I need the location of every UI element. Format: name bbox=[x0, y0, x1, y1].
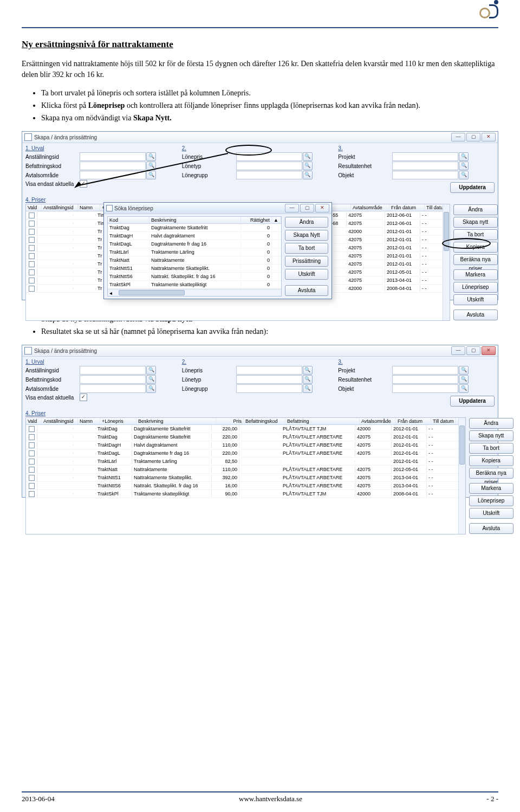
row-checkbox[interactable] bbox=[29, 475, 35, 481]
row-checkbox[interactable] bbox=[29, 261, 35, 267]
markera-button[interactable]: Markera bbox=[453, 269, 498, 280]
table-row[interactable]: TraktDagHHalvt dagtraktament110,00PLÅTAV… bbox=[26, 441, 465, 449]
lonetyp-input[interactable] bbox=[236, 375, 302, 384]
befattningskod-input[interactable] bbox=[80, 162, 146, 170]
close-button[interactable]: ✕ bbox=[482, 133, 496, 141]
lookup-button[interactable]: 🔍 bbox=[146, 171, 156, 179]
table-row[interactable]: TraktNttS6Nattrakt. Skatteplikt. fr dag … bbox=[26, 482, 465, 490]
prissättning-button[interactable]: Prissättning bbox=[285, 256, 328, 267]
row-checkbox[interactable] bbox=[29, 450, 35, 456]
kopiera-button[interactable]: Kopiera bbox=[453, 242, 498, 253]
beräkna-nya-priser-button[interactable]: Beräkna nya priser bbox=[469, 468, 514, 479]
row-checkbox[interactable] bbox=[29, 459, 35, 465]
lookup-button[interactable]: 🔍 bbox=[146, 152, 156, 161]
lookup-button[interactable]: 🔍 bbox=[459, 171, 469, 179]
anstallningsid-input[interactable] bbox=[80, 366, 146, 375]
lookup-button[interactable]: 🔍 bbox=[146, 366, 156, 375]
objekt-input[interactable] bbox=[392, 171, 458, 179]
ta-bort-button[interactable]: Ta bort bbox=[285, 243, 328, 254]
table-row[interactable]: TraktDagDagtraktamente Skattefritt0 bbox=[108, 224, 281, 232]
lookup-button[interactable]: 🔍 bbox=[459, 375, 469, 384]
löneprisер-button[interactable]: Löneprisер bbox=[453, 282, 498, 293]
maximize-button[interactable]: ▢ bbox=[300, 204, 314, 212]
lookup-button[interactable]: 🔍 bbox=[303, 366, 313, 375]
utskrift-button[interactable]: Utskrift bbox=[469, 508, 514, 519]
lookup-button[interactable]: 🔍 bbox=[146, 162, 156, 170]
table-row[interactable]: TraktNttS1Nattraktamente Skatteplikt.0 bbox=[108, 265, 281, 273]
maximize-button[interactable]: ▢ bbox=[466, 133, 480, 141]
row-checkbox[interactable] bbox=[29, 229, 35, 235]
table-row[interactable]: TraktNattNattraktamente110,00PLÅTAVTALET… bbox=[26, 466, 465, 474]
lonegrupp-input[interactable] bbox=[236, 384, 302, 393]
skapa-nytt-button[interactable]: Skapa Nytt bbox=[285, 230, 328, 241]
markera-button[interactable]: Markera bbox=[469, 483, 514, 494]
horizontal-scrollbar[interactable]: ◂ bbox=[108, 289, 281, 296]
lookup-button[interactable]: 🔍 bbox=[303, 152, 313, 161]
kopiera-button[interactable]: Kopiera bbox=[469, 455, 514, 466]
objekt-input[interactable] bbox=[392, 384, 458, 393]
lookup-button[interactable]: 🔍 bbox=[303, 162, 313, 170]
row-checkbox[interactable] bbox=[29, 434, 35, 440]
lookup-button[interactable]: 🔍 bbox=[146, 375, 156, 384]
table-row[interactable]: TraktDagDagtraktamente Skattefritt220,00… bbox=[26, 425, 465, 433]
lookup-button[interactable]: 🔍 bbox=[303, 375, 313, 384]
row-checkbox[interactable] bbox=[29, 221, 35, 227]
close-button[interactable]: ✕ bbox=[482, 346, 496, 355]
row-checkbox[interactable] bbox=[29, 426, 35, 432]
row-checkbox[interactable] bbox=[29, 269, 35, 275]
resultatenhet-input[interactable] bbox=[392, 375, 458, 384]
lonegrupp-input[interactable] bbox=[236, 171, 302, 179]
avsluta-button[interactable]: Avsluta bbox=[469, 523, 514, 534]
minimize-button[interactable]: — bbox=[451, 346, 465, 355]
visa-aktuella-checkbox[interactable]: ✓ bbox=[80, 180, 87, 188]
row-checkbox[interactable] bbox=[29, 483, 35, 489]
vertical-scrollbar[interactable] bbox=[443, 204, 450, 320]
lookup-button[interactable]: 🔍 bbox=[303, 171, 313, 179]
resultatenhet-input[interactable] bbox=[392, 162, 458, 170]
row-checkbox[interactable] bbox=[29, 278, 35, 283]
row-checkbox[interactable] bbox=[29, 491, 35, 497]
row-checkbox[interactable] bbox=[29, 245, 35, 251]
avtalsomrade-input[interactable] bbox=[80, 384, 146, 393]
lookup-button[interactable]: 🔍 bbox=[303, 384, 313, 393]
maximize-button[interactable]: ▢ bbox=[466, 346, 480, 355]
table-row[interactable]: TraktDagHHalvt dagtraktament0 bbox=[108, 232, 281, 240]
lookup-button[interactable]: 🔍 bbox=[459, 152, 469, 161]
lookup-button[interactable]: 🔍 bbox=[459, 162, 469, 170]
lonepris-input[interactable] bbox=[236, 366, 302, 375]
table-row[interactable]: TraktSkPlTraktamente skattepliktigt0 bbox=[108, 281, 281, 289]
utskrift-button[interactable]: Utskrift bbox=[285, 269, 328, 280]
uppdatera-button[interactable]: Uppdatera bbox=[450, 182, 495, 193]
row-checkbox[interactable] bbox=[29, 253, 35, 259]
row-checkbox[interactable] bbox=[29, 442, 35, 448]
ändra-button[interactable]: Ändra bbox=[453, 204, 498, 215]
ta-bort-button[interactable]: Ta bort bbox=[469, 443, 514, 454]
vertical-scrollbar[interactable] bbox=[458, 418, 465, 534]
utskrift-button[interactable]: Utskrift bbox=[453, 294, 498, 305]
visa-aktuella-checkbox[interactable]: ✓ bbox=[80, 394, 87, 401]
beräkna-nya-priser-button[interactable]: Beräkna nya priser bbox=[453, 254, 498, 265]
lonepris-input[interactable] bbox=[236, 152, 302, 161]
close-button[interactable]: ✕ bbox=[315, 204, 329, 212]
projekt-input[interactable] bbox=[392, 366, 458, 375]
skapa-nytt-button[interactable]: Skapa nytt bbox=[453, 217, 498, 228]
avsluta-button[interactable]: Avsluta bbox=[285, 285, 328, 296]
table-row[interactable]: TraktDagLDagtraktamente fr dag 160 bbox=[108, 240, 281, 248]
table-row[interactable]: TraktNttS1Nattraktamente Skatteplikt.392… bbox=[26, 474, 465, 482]
ändra-button[interactable]: Ändra bbox=[285, 217, 328, 228]
befattningskod-input[interactable] bbox=[80, 375, 146, 384]
avtalsomrade-input[interactable] bbox=[80, 171, 146, 179]
minimize-button[interactable]: — bbox=[451, 133, 465, 141]
lookup-button[interactable]: 🔍 bbox=[146, 384, 156, 393]
table-row[interactable]: TraktDagDagtraktamente Skattefritt220,00… bbox=[26, 433, 465, 441]
table-row[interactable]: TraktLärlTraktamente Lärling82,502012-01… bbox=[26, 457, 465, 466]
table-row[interactable]: TraktLärlTraktamente Lärling0 bbox=[108, 248, 281, 256]
lookup-button[interactable]: 🔍 bbox=[459, 366, 469, 375]
row-checkbox[interactable] bbox=[29, 467, 35, 473]
table-row[interactable]: TraktNattNattraktamente0 bbox=[108, 256, 281, 265]
anstallningsid-input[interactable] bbox=[80, 152, 146, 161]
ändra-button[interactable]: Ändra bbox=[469, 418, 514, 429]
löneprisер-button[interactable]: Löneprisер bbox=[469, 495, 514, 506]
row-checkbox[interactable] bbox=[29, 286, 35, 292]
lookup-button[interactable]: 🔍 bbox=[459, 384, 469, 393]
